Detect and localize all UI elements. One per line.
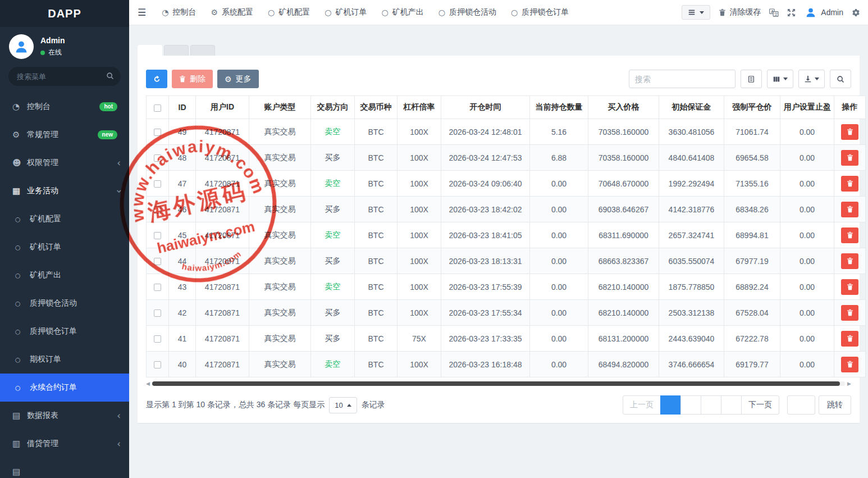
row-delete-button[interactable] [841, 331, 858, 347]
sidebar-item[interactable]: 期权订单 [0, 345, 129, 374]
cell-direction: 买多 [311, 300, 355, 326]
top-menu-item[interactable]: 矿机订单 [317, 0, 374, 25]
scrollbar-track[interactable] [152, 381, 845, 386]
advanced-search-button[interactable] [830, 70, 851, 88]
avatar[interactable] [9, 34, 34, 59]
row-delete-button[interactable] [841, 279, 858, 295]
prev-page-button[interactable]: 上一页 [623, 395, 661, 415]
row-delete-button[interactable] [841, 253, 858, 269]
detail-view-button[interactable] [741, 70, 762, 88]
top-menu-item[interactable]: 控制台 [154, 0, 203, 25]
chevron-left-icon [117, 439, 121, 449]
settings-button[interactable] [852, 8, 860, 17]
cell-liquidation-price: 71355.16 [724, 171, 780, 197]
chevron-up-icon [347, 404, 351, 407]
cell-id: 46 [169, 197, 196, 222]
row-delete-button[interactable] [841, 227, 858, 243]
row-checkbox[interactable] [154, 129, 161, 136]
row-checkbox[interactable] [154, 335, 161, 343]
cell-position-qty: 5.16 [530, 119, 588, 145]
circle-icon [511, 8, 518, 17]
table-search-input[interactable] [629, 70, 735, 88]
fullscreen-button[interactable] [787, 8, 796, 17]
row-checkbox[interactable] [154, 180, 161, 188]
top-menu-item[interactable]: 质押锁仓活动 [431, 0, 504, 25]
scroll-left-icon[interactable]: ◀ [146, 381, 150, 386]
row-delete-button[interactable] [841, 357, 858, 372]
sidebar-item[interactable]: 永续合约订单 [0, 374, 129, 402]
translate-button[interactable]: A文 [769, 8, 779, 17]
table-row: 47 41720871 真实交易 卖空 BTC 100X 2026-03-24 … [147, 171, 866, 197]
more-button[interactable]: ⚙ 更多 [217, 70, 259, 88]
view-dropdown-button[interactable] [682, 5, 710, 20]
admin-menu[interactable]: Admin [804, 6, 843, 19]
scrollbar-thumb[interactable] [152, 381, 840, 386]
orders-table: ID 用户ID 账户类型 交易方向 交易币种 杠杆倍率 开仓时间 当前持仓数量 … [146, 95, 866, 377]
select-all-checkbox[interactable] [154, 104, 161, 112]
cell-open-time: 2026-03-23 18:13:31 [441, 248, 530, 274]
chevron-down-icon [117, 186, 121, 196]
sidebar-item[interactable]: 数据报表 [0, 402, 129, 430]
sidebar-item-label: 业务活动 [27, 186, 113, 196]
row-checkbox[interactable] [154, 232, 161, 239]
cell-coin: BTC [355, 352, 398, 377]
row-delete-button[interactable] [841, 150, 858, 166]
top-menu-item-label: 矿机产出 [392, 7, 424, 17]
sidebar-item-label: 矿机产出 [30, 270, 117, 280]
cell-direction: 卖空 [311, 171, 355, 197]
top-menu-item[interactable]: 矿机产出 [374, 0, 431, 25]
page-number-button[interactable] [721, 395, 742, 415]
table-row: 44 41720871 真实交易 买多 BTC 100X 2026-03-23 … [147, 248, 866, 274]
column-header: 买入价格 [588, 96, 659, 119]
cell-leverage: 100X [398, 145, 441, 171]
refresh-button[interactable] [146, 70, 167, 88]
tab[interactable] [190, 45, 215, 56]
sidebar-item[interactable]: 常规管理 new [0, 121, 129, 149]
circle-icon [15, 216, 30, 223]
row-checkbox[interactable] [154, 284, 161, 291]
row-delete-button[interactable] [841, 124, 858, 140]
jump-button[interactable]: 跳转 [819, 395, 851, 415]
top-navbar: ☰ 控制台 系统配置 矿机配置 矿机订单 矿机产出 质押锁仓活动 质押锁仓订单 [129, 0, 868, 25]
sidebar-item[interactable]: 矿机产出 [0, 261, 129, 289]
sidebar-search-input[interactable] [8, 67, 121, 86]
page-number-button[interactable] [660, 395, 681, 415]
next-page-button[interactable]: 下一页 [741, 395, 779, 415]
delete-button[interactable]: 删除 [172, 70, 213, 88]
page-size-dropdown[interactable]: 10 [329, 397, 357, 413]
sidebar-item[interactable] [0, 458, 129, 478]
tab[interactable] [164, 45, 189, 56]
row-delete-button[interactable] [841, 305, 858, 321]
export-dropdown-button[interactable] [798, 70, 825, 88]
scroll-right-icon[interactable]: ▶ [847, 381, 851, 386]
jump-page-input[interactable] [787, 395, 815, 415]
sidebar-item[interactable]: 借贷管理 [0, 430, 129, 458]
sidebar-item[interactable]: 质押锁仓活动 [0, 289, 129, 317]
columns-icon [773, 75, 780, 83]
row-checkbox[interactable] [154, 206, 161, 213]
clear-cache-button[interactable]: 清除缓存 [719, 7, 761, 17]
sidebar-item[interactable]: 矿机配置 [0, 205, 129, 233]
sidebar-item[interactable]: 控制台 hot [0, 93, 129, 121]
top-menu-item[interactable]: 质押锁仓订单 [504, 0, 576, 25]
row-checkbox[interactable] [154, 258, 161, 265]
row-delete-button[interactable] [841, 202, 858, 217]
row-checkbox[interactable] [154, 154, 161, 162]
row-delete-button[interactable] [841, 176, 858, 192]
menu-toggle-icon[interactable]: ☰ [129, 7, 154, 18]
status-badge: new [98, 130, 117, 139]
sidebar-item[interactable]: 矿机订单 [0, 233, 129, 261]
sidebar-item[interactable]: 质押锁仓订单 [0, 317, 129, 345]
page-number-button[interactable] [680, 395, 701, 415]
row-checkbox[interactable] [154, 361, 161, 368]
sidebar-item[interactable]: 权限管理 [0, 149, 129, 177]
row-checkbox[interactable] [154, 309, 161, 317]
sidebar-item[interactable]: 业务活动 [0, 177, 129, 205]
page-number-button[interactable] [701, 395, 721, 415]
top-menu-item[interactable]: 系统配置 [203, 0, 261, 25]
top-menu-item[interactable]: 矿机配置 [261, 0, 317, 25]
cell-leverage: 100X [398, 222, 441, 248]
cell-account-type: 真实交易 [249, 222, 311, 248]
columns-dropdown-button[interactable] [767, 70, 793, 88]
tab[interactable] [138, 45, 162, 56]
